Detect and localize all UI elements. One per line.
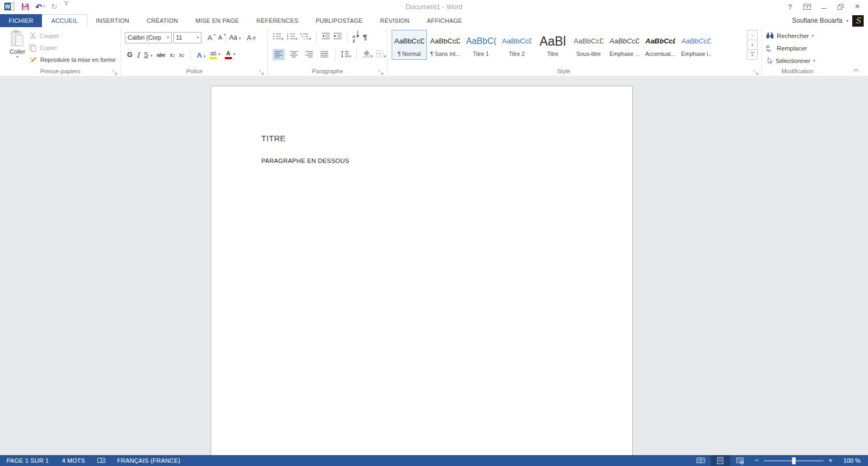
style-preview: AaBbCcD xyxy=(574,32,603,49)
print-layout-button[interactable] xyxy=(710,455,730,466)
redo-button[interactable]: ↻ xyxy=(51,2,58,11)
subscript-button[interactable]: x2 xyxy=(169,52,174,58)
find-label: Rechercher xyxy=(777,33,809,39)
tab-publipostage[interactable]: PUBLIPOSTAGE xyxy=(307,14,372,27)
undo-button[interactable]: ↶ ▾ xyxy=(35,2,45,11)
word-app-icon[interactable]: W xyxy=(4,2,15,11)
font-size-combo[interactable]: 11 ▾ xyxy=(173,32,202,43)
format-painter-label: Reproduire la mise en forme xyxy=(40,56,116,63)
paragraph-dialog-launcher[interactable] xyxy=(379,68,384,73)
page-indicator[interactable]: PAGE 1 SUR 1 xyxy=(0,455,55,466)
shading-button[interactable]: ▾ xyxy=(362,50,373,59)
ribbon: Coller ▾ Couper xyxy=(0,27,868,77)
font-dialog-launcher[interactable] xyxy=(259,68,265,73)
align-left-button[interactable] xyxy=(273,49,285,60)
sort-button[interactable]: A Z xyxy=(353,30,360,43)
grow-font-button[interactable]: A ▴ xyxy=(207,34,212,42)
cut-button[interactable]: Couper xyxy=(29,30,116,41)
find-button[interactable]: Rechercher ▾ xyxy=(766,30,815,41)
styles-scroll-down-button[interactable]: ▾ xyxy=(747,40,758,50)
avatar[interactable]: S xyxy=(852,15,864,27)
word-count[interactable]: 4 MOTS xyxy=(55,455,92,466)
document-title-text[interactable]: TITRE xyxy=(261,134,286,143)
language-indicator[interactable]: FRANÇAIS (FRANCE) xyxy=(111,455,187,466)
numbering-button[interactable]: 1 2 3 ▾ xyxy=(287,33,298,41)
font-color-button[interactable]: A ▾ xyxy=(225,51,236,59)
clipboard-dialog-launcher[interactable] xyxy=(112,68,118,73)
text-effects-button[interactable]: A ▾ xyxy=(197,51,205,59)
select-button[interactable]: Sélectionner ▾ xyxy=(766,55,815,66)
style-emphase[interactable]: AaBbCcDtEmphase ... xyxy=(607,30,642,60)
read-mode-button[interactable] xyxy=(691,455,710,466)
pilcrow-icon: ¶ xyxy=(363,33,367,41)
line-spacing-button[interactable]: ▾ xyxy=(341,51,351,59)
tab-cr-ation[interactable]: CRÉATION xyxy=(138,14,187,27)
borders-button[interactable]: ▾ xyxy=(376,50,386,59)
zoom-out-button[interactable]: − xyxy=(750,456,764,465)
paste-button[interactable]: Coller ▾ xyxy=(5,30,30,68)
document-paragraph-text[interactable]: PARAGRAPHE EN DESSOUS xyxy=(261,158,349,164)
style-titre[interactable]: AaBlTitre xyxy=(535,30,570,60)
svg-text:3: 3 xyxy=(287,37,288,41)
italic-button[interactable]: I xyxy=(137,51,140,59)
tab-affichage[interactable]: AFFICHAGE xyxy=(418,14,471,27)
style-emphase-i[interactable]: AaBbCcDtEmphase i... xyxy=(678,30,714,60)
highlight-button[interactable]: ab ▾ xyxy=(210,51,221,59)
copy-button[interactable]: Copier xyxy=(29,42,116,53)
restore-button[interactable] xyxy=(833,1,848,12)
style-titre-1[interactable]: AaBbC(Titre 1 xyxy=(463,30,499,60)
web-layout-button[interactable] xyxy=(730,455,750,466)
zoom-in-button[interactable]: + xyxy=(823,456,838,465)
style-titre-2[interactable]: AaBbCcDTitre 2 xyxy=(499,30,534,60)
decrease-indent-button[interactable] xyxy=(322,32,330,42)
styles-more-button[interactable]: ▾ xyxy=(747,49,758,60)
help-button[interactable]: ? xyxy=(783,1,797,12)
format-painter-button[interactable]: Reproduire la mise en forme xyxy=(29,54,116,65)
styles-dialog-launcher[interactable] xyxy=(753,68,759,73)
superscript-button[interactable]: x2 xyxy=(179,52,184,58)
minimize-button[interactable] xyxy=(816,1,831,12)
customize-quick-access-button[interactable]: ▾ xyxy=(64,2,69,11)
tab-fichier[interactable]: FICHIER xyxy=(0,14,42,27)
style-accentuat[interactable]: AaBbCcDtAccentuat... xyxy=(643,30,678,60)
underline-button[interactable]: S ▾ xyxy=(144,51,153,59)
justify-button[interactable] xyxy=(318,49,330,60)
bullets-button[interactable]: ▾ xyxy=(273,33,284,41)
tab-insertion[interactable]: INSERTION xyxy=(87,14,139,27)
close-button[interactable]: × xyxy=(850,1,865,12)
ribbon-display-options-button[interactable] xyxy=(800,1,814,12)
change-case-button[interactable]: Aa ▾ xyxy=(229,34,241,41)
tab-mise-en-page[interactable]: MISE EN PAGE xyxy=(187,14,248,27)
document-page[interactable]: TITRE PARAGRAPHE EN DESSOUS xyxy=(211,86,633,455)
bold-button[interactable]: G xyxy=(127,51,133,59)
collapse-ribbon-button[interactable] xyxy=(852,66,860,73)
style-label: Sous-titre xyxy=(574,51,603,57)
font-name-combo[interactable]: Calibri (Corp ▾ xyxy=(125,32,172,43)
clear-formatting-button[interactable]: A xyxy=(247,34,256,42)
strikethrough-button[interactable]: abc xyxy=(156,52,165,58)
tab-r-f-rences[interactable]: RÉFÉRENCES xyxy=(248,14,307,27)
align-center-button[interactable] xyxy=(288,49,300,60)
account-area[interactable]: Soufiane Bouarfa ▾ S xyxy=(792,14,864,27)
style-normal[interactable]: AaBbCcDc¶ Normal xyxy=(392,30,427,60)
borders-caret-icon: ▾ xyxy=(384,54,386,59)
save-button[interactable] xyxy=(21,2,29,11)
increase-indent-button[interactable] xyxy=(334,32,342,42)
proofing-status-button[interactable] xyxy=(92,455,111,466)
divider xyxy=(190,49,191,61)
tab-r-vision[interactable]: RÉVISION xyxy=(372,14,418,27)
zoom-level[interactable]: 100 % xyxy=(838,457,868,464)
style-sans-int[interactable]: AaBbCcDc¶ Sans int... xyxy=(427,30,463,60)
zoom-slider-thumb[interactable] xyxy=(792,457,796,464)
styles-scroll-up-button[interactable]: ▴ xyxy=(747,30,758,40)
replace-button[interactable]: ab ac Remplacer xyxy=(766,43,815,53)
show-formatting-marks-button[interactable]: ¶ xyxy=(363,33,367,41)
align-right-button[interactable] xyxy=(303,49,315,60)
zoom-slider[interactable] xyxy=(764,455,823,466)
style-sous-titre[interactable]: AaBbCcDSous-titre xyxy=(571,30,606,60)
shrink-font-button[interactable]: A ▾ xyxy=(218,34,222,41)
multilevel-list-button[interactable]: ▾ xyxy=(300,33,311,41)
replace-label: Remplacer xyxy=(777,45,807,52)
tab-accueil[interactable]: ACCUEIL xyxy=(42,14,87,27)
account-name: Soufiane Bouarfa xyxy=(792,17,842,24)
